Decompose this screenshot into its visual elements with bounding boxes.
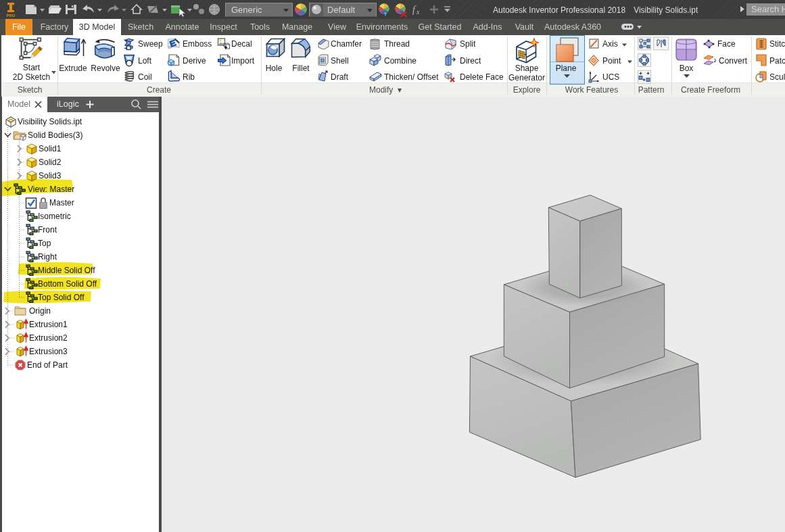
svg-text:PRO: PRO bbox=[6, 14, 15, 18]
svg-text:x: x bbox=[416, 8, 420, 16]
